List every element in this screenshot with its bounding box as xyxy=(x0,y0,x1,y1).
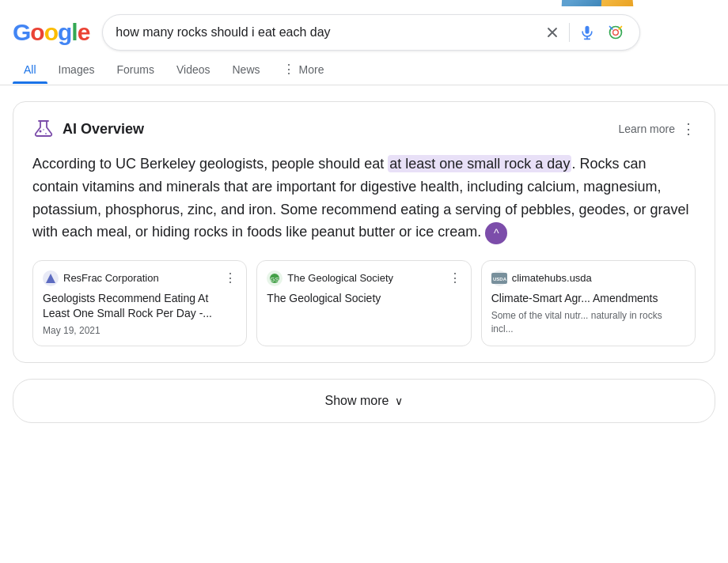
source-name-1: The Geological Society xyxy=(287,272,393,284)
source-name-2: climatehubs.usda xyxy=(512,272,592,284)
tab-news[interactable]: News xyxy=(222,55,271,84)
svg-point-7 xyxy=(45,133,47,134)
ai-overview-header: AI Overview Learn more ⋮ xyxy=(32,118,696,140)
show-more-label: Show more xyxy=(325,394,389,408)
source-menu-1[interactable]: ⋮ xyxy=(449,270,461,285)
top-bar: Google xyxy=(0,6,728,51)
divider xyxy=(569,23,570,42)
svg-rect-0 xyxy=(586,26,590,34)
lens-search-button[interactable] xyxy=(605,21,627,43)
show-more-button[interactable]: Show more ∨ xyxy=(13,379,715,423)
voice-search-button[interactable] xyxy=(576,21,598,43)
source-card-header-0: ResFrac Corporation ⋮ xyxy=(43,270,237,286)
svg-text:GS: GS xyxy=(271,276,280,283)
resfrac-icon xyxy=(44,272,57,285)
google-logo: Google xyxy=(13,19,89,46)
source-name-0: ResFrac Corporation xyxy=(63,272,159,284)
source-favicon-0 xyxy=(43,270,59,286)
search-input[interactable] xyxy=(116,25,536,40)
ai-overview-actions: Learn more ⋮ xyxy=(618,120,696,138)
svg-marker-9 xyxy=(46,274,55,283)
learn-more-button[interactable]: Learn more xyxy=(618,123,675,135)
source-title-1: The Geological Society xyxy=(267,291,461,307)
source-title-0: Geologists Recommend Eating At Least One… xyxy=(43,291,237,322)
svg-text:USDA: USDA xyxy=(493,277,507,282)
source-favicon-2: USDA xyxy=(491,270,507,286)
source-info-0: ResFrac Corporation xyxy=(43,270,159,286)
source-card-1[interactable]: GS The Geological Society ⋮ The Geologic… xyxy=(256,260,471,346)
tab-more[interactable]: ⋮ More xyxy=(271,54,336,85)
ai-overview-text: According to UC Berkeley geologists, peo… xyxy=(32,153,696,244)
source-desc-2: Some of the vital nutr... naturally in r… xyxy=(491,309,685,336)
source-title-2: Climate-Smart Agr... Amendments xyxy=(491,291,685,307)
svg-point-8 xyxy=(43,129,44,130)
ai-overview-section: AI Overview Learn more ⋮ According to UC… xyxy=(13,101,715,363)
highlighted-text: at least one small rock a day xyxy=(388,155,571,172)
source-date-0: May 19, 2021 xyxy=(43,325,237,336)
source-info-1: GS The Geological Society xyxy=(267,270,393,286)
usda-logo-icon: USDA xyxy=(491,273,507,284)
source-card-2[interactable]: USDA climatehubs.usda Climate-Smart Agr.… xyxy=(481,260,696,346)
search-bar xyxy=(102,14,640,51)
search-clear-button[interactable] xyxy=(542,22,563,43)
source-card-header-1: GS The Geological Society ⋮ xyxy=(267,270,461,286)
ai-overview-title: AI Overview xyxy=(32,118,144,140)
ai-flask-icon xyxy=(32,118,55,140)
tab-forums[interactable]: Forums xyxy=(105,55,165,84)
source-card-header-2: USDA climatehubs.usda xyxy=(491,270,685,286)
tab-all[interactable]: All xyxy=(13,55,47,84)
geological-society-icon: GS xyxy=(268,272,281,285)
source-card-0[interactable]: ResFrac Corporation ⋮ Geologists Recomme… xyxy=(32,260,247,346)
source-info-2: USDA climatehubs.usda xyxy=(491,270,592,286)
source-cards: ResFrac Corporation ⋮ Geologists Recomme… xyxy=(32,260,696,346)
tab-videos[interactable]: Videos xyxy=(165,55,222,84)
lens-icon xyxy=(608,25,624,40)
svg-point-6 xyxy=(40,130,42,133)
microphone-icon xyxy=(579,25,595,40)
more-dots-icon: ⋮ xyxy=(282,62,296,77)
tab-images[interactable]: Images xyxy=(47,55,106,84)
collapse-button[interactable]: ^ xyxy=(485,222,507,244)
source-favicon-1: GS xyxy=(267,270,282,286)
source-menu-0[interactable]: ⋮ xyxy=(224,270,237,285)
ai-overview-menu-button[interactable]: ⋮ xyxy=(681,120,696,138)
chevron-down-icon: ∨ xyxy=(395,395,403,407)
svg-point-4 xyxy=(613,30,619,36)
clear-icon xyxy=(545,25,559,40)
nav-tabs: All Images Forums Videos News ⋮ More xyxy=(0,51,728,85)
